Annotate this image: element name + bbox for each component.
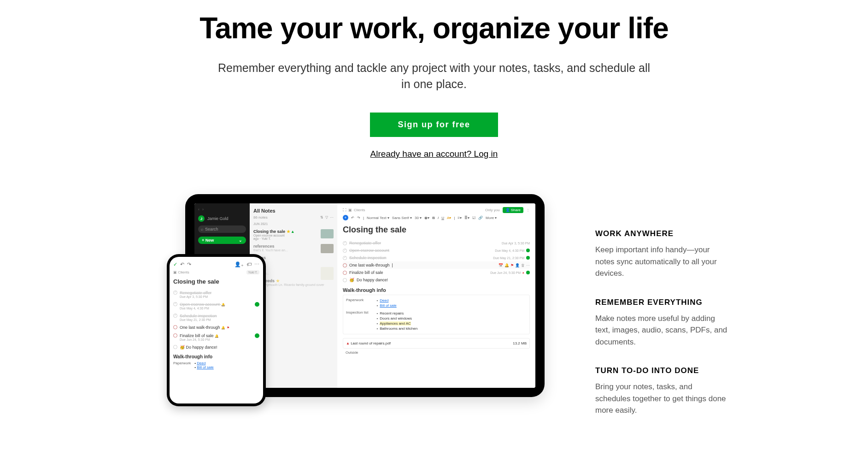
hero-subtitle: Remember everything and tackle any proje…	[217, 60, 651, 92]
size-select[interactable]: 30 ▾	[415, 216, 422, 220]
undo-icon[interactable]: ↶	[351, 216, 354, 220]
style-select[interactable]: Normal Text ▾	[367, 216, 389, 220]
note-item[interactable]: Closing the sale ★ ▴ Open escrow account…	[253, 227, 334, 242]
task-text: Finalize bill of sale	[349, 270, 383, 275]
inspection-item: Bathrooms and kitchen	[376, 326, 417, 331]
task-row[interactable]: 🥳 Do happy dance!	[173, 343, 259, 351]
task-checkbox[interactable]	[343, 278, 347, 282]
user-name: Jamie Gold	[207, 216, 229, 221]
task-row[interactable]: Renegotiate offerDue Apr 3, 5:30 PM	[343, 239, 530, 247]
feature-block: TURN TO-DO INTO DONE Bring your notes, t…	[595, 366, 729, 416]
task-row[interactable]: Open escrow account 🔔Due May 4, 4:30 PM	[173, 300, 259, 312]
expand-icon[interactable]: ⛶	[343, 208, 346, 212]
task-row[interactable]: Finalize bill of saleDue Jun 24, 5:30 PM…	[343, 269, 530, 276]
bold-icon[interactable]: B	[432, 216, 435, 220]
undo-icon[interactable]: ↶	[180, 261, 184, 267]
task-checkbox[interactable]	[343, 241, 347, 245]
more-icon[interactable]: ⋯	[330, 215, 334, 220]
more-button[interactable]: More ▾	[486, 216, 497, 220]
task-row[interactable]: Schedule inspectionDue May 21, 2:30 PM	[343, 254, 530, 261]
signup-button[interactable]: Sign up for free	[370, 113, 498, 137]
task-checkbox[interactable]	[173, 345, 177, 349]
flag-icon: ⚑	[227, 326, 229, 329]
task-row[interactable]: Open escrow accountDue May 4, 4:30 PM	[343, 247, 530, 254]
link-bill[interactable]: Bill of sale	[197, 365, 213, 369]
person-icon[interactable]: 👤	[515, 263, 520, 267]
back-icon[interactable]: ‹	[198, 207, 199, 212]
underline-icon[interactable]: U	[441, 216, 444, 220]
pdf-icon: ▲	[346, 341, 350, 345]
task-checkbox[interactable]	[173, 314, 177, 318]
filter-icon[interactable]: ▽	[325, 215, 328, 220]
task-checkbox[interactable]	[173, 302, 177, 306]
link-icon[interactable]: 🔗	[478, 216, 483, 220]
link-deed[interactable]: Deed	[380, 298, 388, 303]
task-row[interactable]: Renegotiate offerDue Apr 3, 5:30 PM	[173, 289, 259, 300]
task-checkbox[interactable]	[343, 263, 347, 267]
new-label: New	[205, 238, 214, 243]
phone-note-title[interactable]: Closing the sale	[173, 278, 259, 285]
assignee-avatar	[255, 302, 259, 307]
more-icon[interactable]: ⋯	[526, 263, 530, 267]
share-button[interactable]: 👤Share	[503, 207, 523, 213]
more-icon[interactable]: ⋯	[254, 261, 259, 267]
insert-button[interactable]: +	[343, 215, 348, 220]
task-actions[interactable]: 📅🔔⚑👤🗑⋯	[499, 263, 530, 267]
sort-icon[interactable]: ⇅	[320, 215, 323, 220]
task-row[interactable]: One last walk-through 🔔 ⚑	[173, 323, 259, 332]
editor-toolbar[interactable]: + ↶ ↷| Normal Text ▾ Sans Serif ▾ 30 ▾ ◉…	[343, 215, 530, 220]
task-checkbox[interactable]	[343, 271, 347, 275]
sidebar-user[interactable]: J Jamie Gold	[198, 215, 246, 222]
task-text: Open escrow account	[349, 248, 389, 253]
chevron-down-icon[interactable]: ⌄	[239, 238, 242, 243]
sidebar-new-button[interactable]: + New ⌄	[198, 237, 246, 244]
task-row[interactable]: One last walk-through|📅🔔⚑👤🗑⋯	[343, 261, 530, 269]
trash-icon[interactable]: 🗑	[521, 263, 525, 267]
task-checkbox[interactable]	[343, 256, 347, 260]
inspection-item: Recent repairs	[376, 311, 417, 316]
link-deed[interactable]: Deed	[197, 361, 205, 365]
person-add-icon[interactable]: 👤₊	[235, 261, 244, 267]
task-row[interactable]: Schedule inspectionDue May 21, 2:30 PM	[173, 312, 259, 323]
flag-icon[interactable]: ⚑	[510, 263, 514, 267]
breadcrumb-text: Clients	[354, 208, 365, 212]
note-title[interactable]: Closing the sale	[343, 225, 530, 235]
italic-icon[interactable]: I	[438, 216, 439, 220]
phone-tag[interactable]: Yuki T.	[246, 270, 260, 274]
number-list-icon[interactable]: ≣▾	[464, 216, 469, 220]
more-icon[interactable]: ⋮	[526, 208, 530, 212]
checklist-icon[interactable]: ☑	[472, 216, 475, 220]
redo-icon[interactable]: ↷	[187, 261, 191, 267]
highlight-icon[interactable]: A▾	[447, 216, 451, 220]
bullet-list-icon[interactable]: ≡▾	[457, 216, 462, 220]
redo-icon[interactable]: ↷	[357, 216, 360, 220]
font-select[interactable]: Sans Serif ▾	[392, 216, 412, 220]
task-checkbox[interactable]	[343, 249, 347, 253]
task-checkbox[interactable]	[173, 291, 177, 295]
forward-icon[interactable]: ›	[202, 207, 204, 212]
notelist-section: JUN 2021	[253, 222, 334, 226]
sidebar-search[interactable]: ⌕ Search	[198, 226, 246, 233]
sidebar-nav-arrows[interactable]: ‹ ›	[198, 207, 246, 212]
task-row[interactable]: Finalize bill of sale 🔔Due Jun 24, 5:30 …	[173, 332, 259, 343]
feature-title: TURN TO-DO INTO DONE	[595, 366, 729, 375]
note-item[interactable]: references that's it. You'll have an...	[253, 242, 334, 254]
link-bill[interactable]: Bill of sale	[380, 303, 396, 308]
color-icon[interactable]: ◉▾	[424, 216, 429, 220]
check-icon[interactable]: ✓	[173, 261, 177, 267]
task-row[interactable]: 🥳Do happy dance!	[343, 276, 530, 284]
tag-icon[interactable]: 🏷	[246, 261, 252, 267]
task-text[interactable]: One last walk-through	[349, 263, 390, 267]
calendar-icon[interactable]: 📅	[499, 263, 503, 267]
assignee-avatar	[255, 333, 259, 338]
login-link[interactable]: Already have an account? Log in	[9, 149, 859, 159]
share-label: Share	[511, 208, 521, 212]
notelist-controls[interactable]: ⇅ ▽ ⋯	[320, 215, 334, 220]
editor-breadcrumb[interactable]: ⛶ ▣ Clients	[343, 208, 365, 212]
task-checkbox[interactable]	[173, 333, 177, 338]
bell-icon[interactable]: 🔔	[504, 263, 509, 267]
attachment-box[interactable]: ▲ Last round of repairs.pdf 13.2 MB	[343, 338, 530, 349]
phone-breadcrumb[interactable]: Clients	[178, 270, 189, 274]
task-checkbox[interactable]	[173, 325, 177, 329]
task-text: Open escrow account	[180, 302, 220, 307]
